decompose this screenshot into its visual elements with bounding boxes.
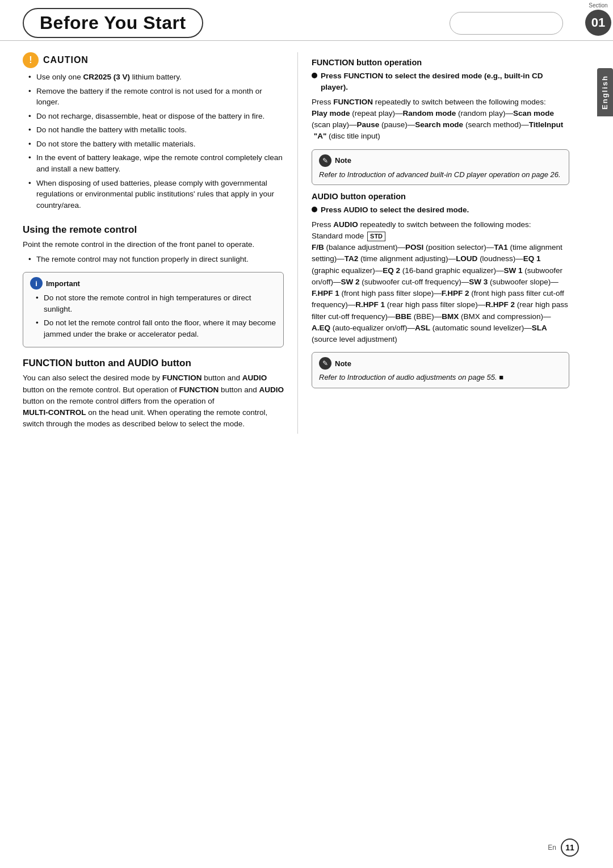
remote-body: Point the remote control in the directio… [23,239,284,250]
audio-note-box: ✎ Note Refer to Introduction of audio ad… [312,352,569,388]
function-op-heading: FUNCTION button operation [312,58,569,67]
std-badge: STD [367,232,385,241]
list-item: The remote control may not function prop… [28,254,284,265]
function-note-header: ✎ Note [319,154,562,167]
list-item: Do not store the battery with metallic m… [28,139,284,150]
important-list: Do not store the remote control in high … [30,292,276,339]
language-tab: English [597,68,613,116]
function-note-text: Refer to Introduction of advanced built-… [319,170,562,181]
list-item: Remove the battery if the remote control… [28,86,284,108]
function-note-box: ✎ Note Refer to Introduction of advanced… [312,149,569,186]
remote-control-section: Using the remote control Point the remot… [23,224,284,347]
page-title: Before You Start [40,12,186,33]
audio-sub-bold: Press AUDIO to select the desired mode. [321,204,469,216]
section-label: Section [589,2,607,9]
list-item: Do not recharge, disassemble, heat or di… [28,111,284,122]
title-pill: Before You Start [23,8,203,38]
list-item: Do not store the remote control in high … [36,292,276,315]
list-item: In the event of battery leakage, wipe th… [28,152,284,174]
note-icon: ✎ [319,154,331,167]
list-item: Use only one CR2025 (3 V) lithium batter… [28,72,284,83]
function-note-title: Note [335,156,351,165]
important-header: i Important [30,277,276,290]
list-item: Do not let the remote control fall onto … [36,317,276,339]
caution-section: ! CAUTION Use only one CR2025 (3 V) lith… [23,52,284,211]
footer-lang: En [548,844,556,852]
remote-heading: Using the remote control [23,224,284,236]
note-icon-2: ✎ [319,357,331,370]
caution-header: ! CAUTION [23,52,284,68]
function-sub-bold: Press FUNCTION to select the desired mod… [321,70,569,94]
audio-dot-bullet: Press AUDIO to select the desired mode. [312,204,569,216]
important-box: i Important Do not store the remote cont… [23,272,284,347]
bullet-dot [312,207,317,212]
important-icon: i [30,277,43,290]
audio-op-body: Press AUDIO repeatedly to switch between… [312,219,569,346]
page-footer: En 11 [0,838,613,857]
page-container: Before You Start Section 01 English ! CA… [0,0,613,868]
main-content: ! CAUTION Use only one CR2025 (3 V) lith… [0,41,613,445]
left-column: ! CAUTION Use only one CR2025 (3 V) lith… [23,52,284,434]
audio-op-section: AUDIO button operation Press AUDIO to se… [312,192,569,388]
audio-note-text: Refer to Introduction of audio adjustmen… [319,372,562,383]
caution-list: Use only one CR2025 (3 V) lithium batter… [23,72,284,211]
function-audio-heading: FUNCTION button and AUDIO button [23,358,284,369]
function-op-section: FUNCTION button operation Press FUNCTION… [312,58,569,185]
audio-note-title: Note [335,359,351,368]
section-number: 01 [585,10,611,36]
audio-note-header: ✎ Note [319,357,562,370]
caution-title: CAUTION [43,55,89,65]
function-audio-body: You can also select the desired mode by … [23,372,284,430]
footer-page-number: 11 [561,838,579,857]
remote-bullets: The remote control may not function prop… [23,254,284,265]
right-column: FUNCTION button operation Press FUNCTION… [312,52,590,434]
function-dot-bullet: Press FUNCTION to select the desired mod… [312,70,569,94]
function-op-body: Press FUNCTION repeatedly to switch betw… [312,97,569,142]
list-item: When disposing of used batteries, please… [28,178,284,211]
important-title: Important [46,279,80,288]
caution-icon: ! [23,52,39,68]
bullet-dot [312,73,317,78]
function-audio-section: FUNCTION button and AUDIO button You can… [23,358,284,430]
list-item: Do not handle the battery with metallic … [28,124,284,136]
audio-op-heading: AUDIO button operation [312,192,569,201]
column-divider [297,52,298,434]
